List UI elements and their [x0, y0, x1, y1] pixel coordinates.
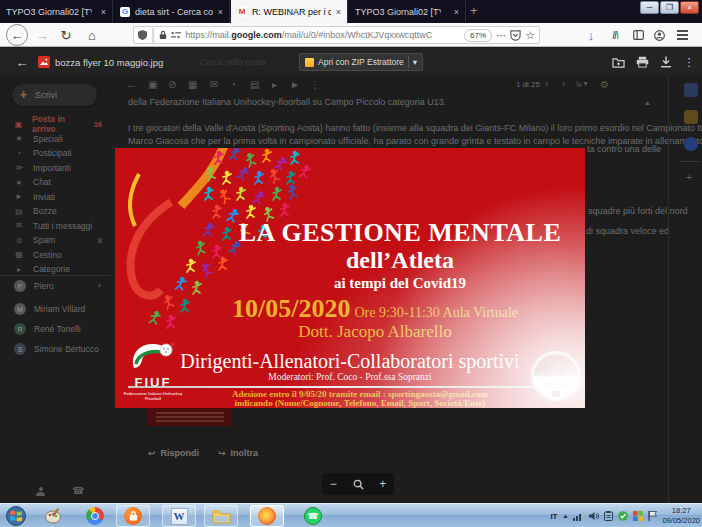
hangouts-profile[interactable]: P Piero + [0, 278, 110, 294]
reload-button[interactable]: ↻ [58, 23, 74, 47]
lockwise-app-icon[interactable] [116, 505, 150, 527]
reply-button[interactable]: ↩ Rispondi [148, 448, 199, 458]
open-with-caret-icon[interactable]: ▾ [413, 57, 417, 67]
close-button[interactable]: × [680, 1, 699, 14]
tab-typo3-2[interactable]: TYPO3 Giornali02 [TYPO3 4.3.9] × [349, 0, 466, 23]
add-to-tasks-icon[interactable]: ▤ [250, 79, 259, 90]
volume-icon[interactable] [589, 511, 599, 521]
settings-gear-icon[interactable]: ⚙ [600, 79, 609, 90]
antivirus-icon[interactable] [618, 511, 628, 521]
security-grid-icon[interactable] [633, 511, 643, 521]
firefox-app-icon[interactable] [250, 505, 284, 527]
start-button[interactable] [2, 505, 30, 527]
new-tab-button[interactable]: + [470, 3, 478, 18]
sidebar-toggle-icon[interactable] [630, 23, 646, 47]
add-to-drive-icon[interactable] [612, 48, 625, 76]
restore-button[interactable]: ❐ [660, 1, 679, 14]
lock-icon[interactable] [159, 30, 167, 40]
sidebar-item-trash[interactable]: ▦ Cestino [0, 248, 110, 262]
scroll-up-icon[interactable]: ▲ [644, 99, 651, 106]
word-app-icon[interactable]: W [162, 505, 196, 527]
minimize-button[interactable]: ─ [640, 1, 659, 14]
tab-gmail-active[interactable]: M R: WEBINAR per i dirigente e × [231, 0, 348, 23]
move-to-icon[interactable]: ▸ [272, 79, 277, 90]
sidebar-item-sent[interactable]: ► Inviati [0, 190, 110, 204]
close-preview-icon[interactable]: ← [14, 48, 30, 76]
sidebar-item-categories[interactable]: ▸ Categorie [0, 262, 110, 276]
older-email-icon[interactable]: › [562, 78, 565, 89]
report-spam-icon[interactable]: ⊘ [168, 79, 176, 90]
forward-button[interactable]: → [34, 23, 50, 47]
add-contact-icon[interactable]: + [97, 281, 102, 291]
page-actions-icon[interactable]: ⋯ [496, 30, 506, 41]
language-indicator[interactable]: IT [550, 512, 557, 521]
url-bar[interactable]: | https://mail.google.com/mail/u/0/#inbo… [133, 26, 540, 44]
tracking-shield-icon[interactable] [138, 30, 147, 40]
tray-clock[interactable]: 18:27 09/05/2020 [662, 506, 700, 526]
sidebar-item-inbox[interactable]: ▣ Posta in arrivo 16 [0, 117, 110, 131]
snooze-icon[interactable]: ◔ [230, 79, 236, 90]
tab-title: R: WEBINAR per i dirigente e [252, 7, 331, 17]
tab-close-icon[interactable]: × [454, 7, 459, 17]
more-actions-icon[interactable]: ⋮ [310, 79, 320, 90]
phone-icon[interactable]: ☎ [72, 485, 84, 496]
account-icon[interactable] [651, 23, 667, 47]
compose-button[interactable]: + Scrivi [12, 84, 97, 106]
flyer-subtitle: dell’Atleta [225, 247, 575, 274]
zoom-in-icon[interactable]: + [379, 477, 386, 491]
delete-icon[interactable]: ▦ [188, 79, 197, 90]
sidebar-item-allmail[interactable]: ✉ Tutti i messaggi [0, 219, 110, 233]
sidebar-item-important[interactable]: ≫ Importanti [0, 161, 110, 175]
zoom-out-icon[interactable]: − [330, 477, 337, 491]
pocket-icon[interactable] [510, 30, 521, 41]
action-center-icon[interactable] [604, 511, 613, 521]
calendar-icon[interactable] [684, 83, 698, 97]
back-button[interactable]: ← [6, 24, 28, 46]
tab-close-icon[interactable]: × [218, 7, 223, 17]
sidebar-item-snoozed[interactable]: ◔ Posticipati [0, 146, 110, 160]
open-with-zip-button[interactable]: Apri con ZIP Estrattore ▾ [299, 53, 423, 71]
url-text[interactable]: https://mail.google.com/mail/u/0/#inbox/… [185, 30, 460, 40]
tab-close-icon[interactable]: × [101, 7, 106, 17]
show-hidden-icons[interactable]: ▲ [563, 513, 569, 519]
get-addons-icon[interactable]: + [686, 171, 692, 183]
download-attachment-icon[interactable] [660, 48, 672, 76]
chrome-app-icon[interactable] [78, 505, 112, 527]
contact-row[interactable]: M Miriam Villard [0, 301, 110, 317]
tab-close-icon[interactable]: × [336, 7, 341, 17]
mark-unread-icon[interactable]: ✉ [210, 79, 218, 90]
sidebar-item-drafts[interactable]: ▤ Bozze [0, 204, 110, 218]
paint-app-icon[interactable] [36, 505, 70, 527]
library-icon[interactable]: II\ [607, 23, 623, 47]
labels-icon[interactable]: ► [290, 79, 300, 90]
sidebar-item-starred[interactable]: ★ Speciali [0, 132, 110, 146]
preview-more-icon[interactable]: ⋮ [684, 48, 694, 76]
home-button[interactable]: ⌂ [84, 23, 100, 47]
network-icon[interactable] [573, 512, 584, 521]
menu-icon[interactable] [674, 23, 690, 47]
keep-icon[interactable] [684, 110, 698, 124]
tab-google-search[interactable]: G dieta sirt - Cerca con Google × [114, 0, 230, 23]
contact-row[interactable]: R René Tonelli [0, 321, 110, 337]
newer-email-icon[interactable]: ‹ [545, 78, 548, 89]
flag-icon[interactable] [648, 511, 657, 521]
explorer-app-icon[interactable] [204, 505, 238, 527]
bookmark-star-icon[interactable]: ☆ [525, 29, 535, 42]
forward-button[interactable]: ↪ Inoltra [218, 448, 258, 458]
permissions-icon[interactable] [171, 31, 181, 39]
zoom-level-badge[interactable]: 67% [464, 29, 492, 42]
downloads-icon[interactable]: ↓ [583, 23, 599, 47]
whatsapp-app-icon[interactable]: ☎ [296, 505, 330, 527]
print-icon[interactable] [636, 48, 649, 76]
sidebar-item-chat[interactable]: ● Chat [0, 175, 110, 189]
tab-typo3-1[interactable]: TYPO3 Giornali02 [TYPO3 4.3.9] × [0, 0, 113, 23]
input-tools-icon[interactable]: Iₐ ▾ [576, 79, 587, 88]
contact-row[interactable]: S Simone Bertucco [0, 341, 110, 357]
magnifier-icon[interactable] [353, 479, 364, 490]
tasks-icon[interactable] [684, 137, 698, 151]
archive-icon[interactable]: ▣ [148, 79, 157, 90]
attachment-thumbnail[interactable] [148, 408, 232, 426]
sidebar-item-spam[interactable]: ⊘ Spam 8 [0, 233, 110, 247]
email-body-line: della Federazione Italiana Unihockey-flo… [128, 97, 446, 107]
back-to-inbox-icon[interactable]: ← [126, 78, 137, 90]
